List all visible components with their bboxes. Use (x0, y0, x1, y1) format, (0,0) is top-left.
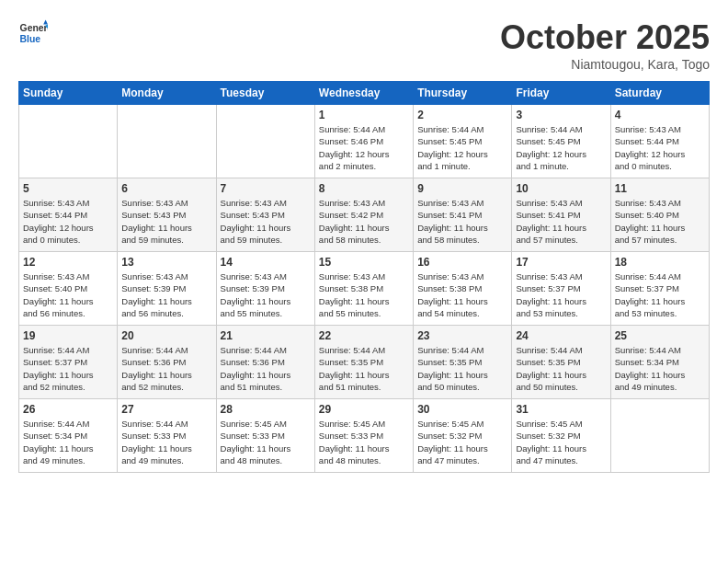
day-number: 16 (417, 256, 507, 269)
calendar-cell: 8Sunrise: 5:43 AM Sunset: 5:42 PM Daylig… (314, 178, 413, 252)
day-number: 17 (516, 256, 606, 269)
calendar-cell: 2Sunrise: 5:44 AM Sunset: 5:45 PM Daylig… (414, 105, 512, 178)
day-number: 31 (516, 403, 606, 416)
day-number: 6 (121, 182, 211, 195)
day-info: Sunrise: 5:44 AM Sunset: 5:36 PM Dayligh… (121, 344, 211, 393)
day-number: 15 (319, 256, 409, 269)
day-number: 1 (319, 109, 409, 121)
day-number: 13 (121, 256, 211, 269)
weekday-header-row: Sunday Monday Tuesday Wednesday Thursday… (19, 82, 710, 105)
day-info: Sunrise: 5:44 AM Sunset: 5:34 PM Dayligh… (615, 344, 705, 393)
calendar-table: Sunday Monday Tuesday Wednesday Thursday… (18, 81, 710, 473)
calendar-cell: 23Sunrise: 5:44 AM Sunset: 5:35 PM Dayli… (414, 326, 512, 399)
calendar-cell: 13Sunrise: 5:43 AM Sunset: 5:39 PM Dayli… (118, 252, 216, 326)
svg-text:Blue: Blue (20, 34, 41, 44)
calendar-cell: 15Sunrise: 5:43 AM Sunset: 5:38 PM Dayli… (314, 252, 413, 326)
calendar-cell: 6Sunrise: 5:43 AM Sunset: 5:43 PM Daylig… (118, 178, 216, 252)
day-number: 20 (121, 329, 211, 342)
day-info: Sunrise: 5:43 AM Sunset: 5:38 PM Dayligh… (417, 270, 507, 319)
calendar-cell: 22Sunrise: 5:44 AM Sunset: 5:35 PM Dayli… (314, 326, 413, 399)
day-number: 9 (417, 182, 507, 195)
day-number: 24 (516, 329, 606, 342)
day-info: Sunrise: 5:44 AM Sunset: 5:34 PM Dayligh… (23, 418, 113, 466)
day-info: Sunrise: 5:43 AM Sunset: 5:40 PM Dayligh… (23, 270, 113, 319)
page-header: General Blue October 2025 Niamtougou, Ka… (18, 18, 710, 72)
calendar-cell (610, 399, 709, 473)
calendar-cell: 27Sunrise: 5:44 AM Sunset: 5:33 PM Dayli… (118, 399, 216, 473)
day-number: 2 (417, 109, 507, 121)
header-tuesday: Tuesday (216, 82, 314, 105)
calendar-cell: 1Sunrise: 5:44 AM Sunset: 5:46 PM Daylig… (314, 105, 413, 178)
day-info: Sunrise: 5:43 AM Sunset: 5:41 PM Dayligh… (417, 197, 507, 246)
day-info: Sunrise: 5:44 AM Sunset: 5:45 PM Dayligh… (417, 123, 507, 172)
day-number: 26 (23, 403, 113, 416)
day-number: 7 (221, 182, 311, 195)
calendar-cell: 4Sunrise: 5:43 AM Sunset: 5:44 PM Daylig… (610, 105, 709, 178)
day-info: Sunrise: 5:43 AM Sunset: 5:44 PM Dayligh… (615, 123, 705, 172)
day-number: 30 (417, 403, 507, 416)
calendar-title: October 2025 (500, 18, 710, 57)
calendar-cell: 7Sunrise: 5:43 AM Sunset: 5:43 PM Daylig… (216, 178, 314, 252)
day-number: 28 (221, 403, 311, 416)
day-info: Sunrise: 5:44 AM Sunset: 5:45 PM Dayligh… (516, 123, 606, 172)
calendar-cell (118, 105, 216, 178)
calendar-cell: 28Sunrise: 5:45 AM Sunset: 5:33 PM Dayli… (216, 399, 314, 473)
day-number: 25 (615, 329, 705, 342)
day-info: Sunrise: 5:43 AM Sunset: 5:44 PM Dayligh… (23, 197, 113, 246)
calendar-cell: 25Sunrise: 5:44 AM Sunset: 5:34 PM Dayli… (610, 326, 709, 399)
day-number: 8 (319, 182, 409, 195)
day-number: 27 (121, 403, 211, 416)
calendar-subtitle: Niamtougou, Kara, Togo (500, 57, 710, 72)
day-number: 21 (221, 329, 311, 342)
day-info: Sunrise: 5:45 AM Sunset: 5:32 PM Dayligh… (516, 418, 606, 466)
day-number: 4 (615, 109, 705, 121)
day-number: 10 (516, 182, 606, 195)
day-info: Sunrise: 5:44 AM Sunset: 5:46 PM Dayligh… (319, 123, 409, 172)
day-info: Sunrise: 5:43 AM Sunset: 5:39 PM Dayligh… (121, 270, 211, 319)
header-wednesday: Wednesday (314, 82, 413, 105)
calendar-cell (19, 105, 118, 178)
day-number: 19 (23, 329, 113, 342)
day-info: Sunrise: 5:44 AM Sunset: 5:35 PM Dayligh… (319, 344, 409, 393)
calendar-cell: 21Sunrise: 5:44 AM Sunset: 5:36 PM Dayli… (216, 326, 314, 399)
day-info: Sunrise: 5:43 AM Sunset: 5:42 PM Dayligh… (319, 197, 409, 246)
calendar-cell: 24Sunrise: 5:44 AM Sunset: 5:35 PM Dayli… (512, 326, 610, 399)
day-number: 22 (319, 329, 409, 342)
calendar-cell: 17Sunrise: 5:43 AM Sunset: 5:37 PM Dayli… (512, 252, 610, 326)
calendar-week-5: 26Sunrise: 5:44 AM Sunset: 5:34 PM Dayli… (19, 399, 710, 473)
day-info: Sunrise: 5:44 AM Sunset: 5:35 PM Dayligh… (516, 344, 606, 393)
calendar-cell: 5Sunrise: 5:43 AM Sunset: 5:44 PM Daylig… (19, 178, 118, 252)
day-info: Sunrise: 5:43 AM Sunset: 5:43 PM Dayligh… (221, 197, 311, 246)
logo: General Blue (18, 18, 48, 48)
title-block: October 2025 Niamtougou, Kara, Togo (500, 18, 710, 72)
calendar-week-1: 1Sunrise: 5:44 AM Sunset: 5:46 PM Daylig… (19, 105, 710, 178)
day-info: Sunrise: 5:44 AM Sunset: 5:37 PM Dayligh… (23, 344, 113, 393)
calendar-cell: 18Sunrise: 5:44 AM Sunset: 5:37 PM Dayli… (610, 252, 709, 326)
calendar-cell: 19Sunrise: 5:44 AM Sunset: 5:37 PM Dayli… (19, 326, 118, 399)
day-info: Sunrise: 5:43 AM Sunset: 5:43 PM Dayligh… (121, 197, 211, 246)
day-number: 23 (417, 329, 507, 342)
calendar-cell: 30Sunrise: 5:45 AM Sunset: 5:32 PM Dayli… (414, 399, 512, 473)
calendar-cell: 3Sunrise: 5:44 AM Sunset: 5:45 PM Daylig… (512, 105, 610, 178)
day-info: Sunrise: 5:43 AM Sunset: 5:39 PM Dayligh… (221, 270, 311, 319)
calendar-cell: 20Sunrise: 5:44 AM Sunset: 5:36 PM Dayli… (118, 326, 216, 399)
calendar-cell (216, 105, 314, 178)
calendar-cell: 31Sunrise: 5:45 AM Sunset: 5:32 PM Dayli… (512, 399, 610, 473)
day-info: Sunrise: 5:45 AM Sunset: 5:33 PM Dayligh… (319, 418, 409, 466)
day-info: Sunrise: 5:43 AM Sunset: 5:38 PM Dayligh… (319, 270, 409, 319)
day-number: 11 (615, 182, 705, 195)
logo-icon: General Blue (18, 18, 48, 48)
header-friday: Friday (512, 82, 610, 105)
calendar-cell: 16Sunrise: 5:43 AM Sunset: 5:38 PM Dayli… (414, 252, 512, 326)
calendar-cell: 29Sunrise: 5:45 AM Sunset: 5:33 PM Dayli… (314, 399, 413, 473)
day-info: Sunrise: 5:43 AM Sunset: 5:37 PM Dayligh… (516, 270, 606, 319)
day-number: 18 (615, 256, 705, 269)
calendar-cell: 14Sunrise: 5:43 AM Sunset: 5:39 PM Dayli… (216, 252, 314, 326)
calendar-cell: 11Sunrise: 5:43 AM Sunset: 5:40 PM Dayli… (610, 178, 709, 252)
calendar-cell: 12Sunrise: 5:43 AM Sunset: 5:40 PM Dayli… (19, 252, 118, 326)
calendar-week-4: 19Sunrise: 5:44 AM Sunset: 5:37 PM Dayli… (19, 326, 710, 399)
header-monday: Monday (118, 82, 216, 105)
header-thursday: Thursday (414, 82, 512, 105)
day-number: 29 (319, 403, 409, 416)
day-info: Sunrise: 5:44 AM Sunset: 5:33 PM Dayligh… (121, 418, 211, 466)
